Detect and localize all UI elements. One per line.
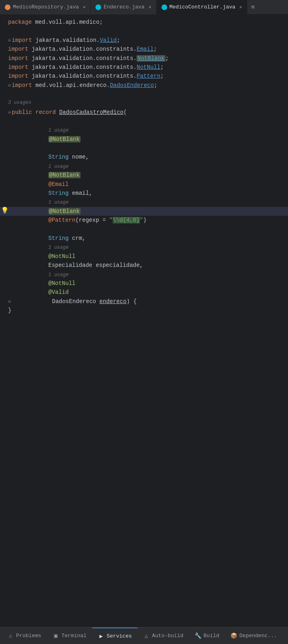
line-closing: } bbox=[0, 306, 288, 315]
code-notblank-crm: @NotBlank bbox=[8, 207, 288, 216]
line-usages-3: 3 usages bbox=[0, 99, 288, 108]
line-field-email: String email, bbox=[0, 189, 288, 198]
line-notnull-especialidade: @NotNull bbox=[0, 252, 288, 261]
line-email-annotation: @Email bbox=[0, 180, 288, 189]
line-field-especialidade: Especialidade especialidade, bbox=[0, 261, 288, 270]
line-import-1: ⊖ import jakarta.validation.Valid; bbox=[0, 36, 288, 45]
tab-label-medicocontroller: MedicoController.java bbox=[170, 4, 236, 10]
tab-close-medicorepository[interactable]: ✕ bbox=[83, 4, 86, 10]
line-import-6: ⊖ import med.voll.api.endereco.DadosEnde… bbox=[0, 81, 288, 90]
line-field-crm: String crm, bbox=[0, 234, 288, 243]
code-field-crm: String crm, bbox=[8, 234, 288, 243]
code-import-6: import med.voll.api.endereco.DadosEndere… bbox=[12, 81, 288, 90]
tab-icon-medicocontroller bbox=[162, 4, 167, 10]
bottom-dependencies[interactable]: 📦 Dependenc... bbox=[225, 627, 283, 644]
line-pattern-crm: @Pattern(regexp = "\\d{4,6}") bbox=[0, 216, 288, 225]
tab-more[interactable]: m bbox=[247, 0, 259, 14]
lightbulb-icon[interactable]: 💡 bbox=[1, 206, 9, 217]
tab-label-endereco: Endereco.java bbox=[104, 4, 144, 10]
code-notnull-especialidade: @NotNull bbox=[8, 252, 288, 261]
line-blank-crm bbox=[0, 225, 288, 234]
line-notnull-endereco: @NotNull bbox=[0, 279, 288, 288]
tab-label-medicorepository: MedicoRepository.java bbox=[13, 4, 79, 10]
tab-icon-endereco bbox=[95, 4, 101, 10]
line-notblank-crm: 💡 @NotBlank bbox=[0, 207, 288, 216]
code-usage-especialidade: 1 usage bbox=[8, 243, 288, 252]
line-usage-endereco: 1 usage bbox=[0, 270, 288, 279]
line-package: package med.voll.api.medico; bbox=[0, 18, 288, 27]
code-import-1: import jakarta.validation.Valid; bbox=[12, 36, 288, 45]
code-field-especialidade: Especialidade especialidade, bbox=[8, 261, 288, 270]
tab-medicorepository[interactable]: MedicoRepository.java ✕ bbox=[0, 0, 91, 14]
line-import-5: import jakarta.validation.constraints.Pa… bbox=[0, 72, 288, 80]
code-content: package med.voll.api.medico; ⊖ import ja… bbox=[0, 14, 288, 318]
code-package: package med.voll.api.medico; bbox=[8, 18, 288, 27]
line-usage-crm: 1 usage bbox=[0, 198, 288, 206]
line-blank-2 bbox=[0, 90, 288, 99]
bottom-build-label: Build bbox=[203, 633, 219, 639]
editor-area: package med.voll.api.medico; ⊖ import ja… bbox=[0, 14, 288, 627]
tab-close-endereco[interactable]: ✕ bbox=[149, 4, 151, 10]
code-valid-endereco: @Valid bbox=[8, 288, 288, 297]
code-import-2: import jakarta.validation.constraints.Em… bbox=[8, 45, 288, 54]
tab-icon-medicorepository bbox=[5, 4, 10, 10]
bottom-services-label: Services bbox=[107, 633, 132, 639]
code-import-3: import jakarta.validation.constraints.No… bbox=[8, 54, 288, 63]
code-usage-email: 1 usage bbox=[8, 162, 288, 171]
tab-close-medicocontroller[interactable]: ✕ bbox=[239, 4, 242, 10]
bottom-autobuild[interactable]: △ Auto-build bbox=[137, 627, 189, 644]
bottom-terminal-label: Terminal bbox=[61, 633, 86, 639]
code-closing: } bbox=[8, 306, 288, 315]
bottom-terminal[interactable]: ▣ Terminal bbox=[47, 627, 92, 644]
line-usage-email: 1 usage bbox=[0, 162, 288, 171]
tab-medicocontroller[interactable]: MedicoController.java ✕ bbox=[157, 0, 247, 14]
bottom-bar: ⚠ Problems ▣ Terminal ▶ Services △ Auto-… bbox=[0, 627, 288, 644]
code-field-email: String email, bbox=[8, 189, 288, 198]
line-valid-endereco: @Valid bbox=[0, 288, 288, 297]
code-usages-3: 3 usages bbox=[8, 99, 288, 107]
tab-bar: MedicoRepository.java ✕ Endereco.java ✕ … bbox=[0, 0, 288, 14]
line-record-decl: ⊖ public record DadosCadastroMedico( bbox=[0, 108, 288, 117]
problems-icon: ⚠ bbox=[7, 633, 14, 639]
dependencies-icon: 📦 bbox=[230, 633, 237, 639]
line-import-2: import jakarta.validation.constraints.Em… bbox=[0, 45, 288, 54]
code-pattern-crm: @Pattern(regexp = "\\d{4,6}") bbox=[8, 216, 288, 225]
bottom-problems-label: Problems bbox=[16, 633, 41, 639]
services-icon: ▶ bbox=[98, 633, 104, 640]
line-import-4: import jakarta.validation.constraints.No… bbox=[0, 63, 288, 72]
line-notblank-nome: @NotBlank bbox=[0, 135, 288, 144]
code-usage-endereco: 1 usage bbox=[8, 270, 288, 279]
tab-endereco[interactable]: Endereco.java ✕ bbox=[91, 0, 156, 14]
tab-more-label: m bbox=[251, 4, 255, 10]
fold-icon-1: ⊖ bbox=[8, 37, 11, 45]
bottom-dependencies-label: Dependenc... bbox=[239, 633, 277, 639]
line-notblank-email: @NotBlank bbox=[0, 171, 288, 180]
bottom-autobuild-label: Auto-build bbox=[152, 633, 183, 639]
line-blank-1 bbox=[0, 27, 288, 35]
fold-icon-2: ⊖ bbox=[8, 82, 11, 90]
code-notblank-email: @NotBlank bbox=[8, 171, 288, 180]
fold-icon-3: ⊖ bbox=[8, 109, 11, 117]
line-field-nome: String nome, bbox=[0, 153, 288, 161]
fold-icon-4: ⊖ bbox=[8, 298, 11, 306]
code-field-endereco: DadosEndereco endereco) { bbox=[12, 297, 288, 306]
code-usage-crm: 1 usage bbox=[8, 198, 288, 206]
code-notblank-nome: @NotBlank bbox=[8, 135, 288, 144]
code-import-4: import jakarta.validation.constraints.No… bbox=[8, 63, 288, 72]
code-email-annotation: @Email bbox=[8, 180, 288, 189]
code-import-5: import jakarta.validation.constraints.Pa… bbox=[8, 72, 288, 80]
terminal-icon: ▣ bbox=[52, 633, 59, 639]
autobuild-icon: △ bbox=[143, 633, 149, 639]
code-field-nome: String nome, bbox=[8, 153, 288, 161]
line-blank-3 bbox=[0, 117, 288, 126]
line-usage-especialidade: 1 usage bbox=[0, 243, 288, 252]
code-usage-nome: 1 usage bbox=[8, 126, 288, 134]
code-record-decl: public record DadosCadastroMedico( bbox=[12, 108, 288, 117]
line-import-3: import jakarta.validation.constraints.No… bbox=[0, 54, 288, 63]
bottom-build[interactable]: 🔧 Build bbox=[189, 627, 225, 644]
line-usage-nome: 1 usage bbox=[0, 126, 288, 134]
line-blank-nome bbox=[0, 144, 288, 153]
code-notnull-endereco: @NotNull bbox=[8, 279, 288, 288]
bottom-services[interactable]: ▶ Services bbox=[92, 627, 137, 644]
bottom-problems[interactable]: ⚠ Problems bbox=[2, 627, 47, 644]
